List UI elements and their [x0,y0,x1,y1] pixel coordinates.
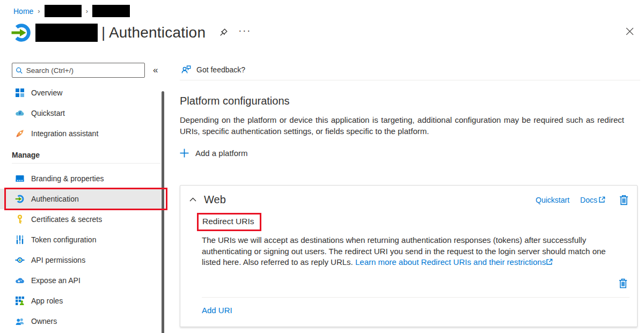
add-platform-label: Add a platform [195,149,248,158]
authentication-icon [15,194,25,204]
plus-icon [180,149,189,158]
breadcrumb: Home › › [13,5,130,17]
external-link-icon [598,196,605,203]
page-title: | Authentication [101,24,206,41]
sidebar-item-authentication[interactable]: Authentication [0,189,161,209]
sidebar-item-branding-properties[interactable]: Branding & properties [0,168,161,189]
chevron-right-icon: › [86,7,88,15]
sliders-icon [15,235,25,245]
sidebar-item-app-roles[interactable]: App roles [0,291,161,311]
close-button[interactable] [625,27,634,38]
sidebar: « Overview Quickstart Integration assist… [0,59,170,333]
got-feedback-label: Got feedback? [196,65,245,74]
add-platform-button[interactable]: Add a platform [180,149,248,158]
platform-configurations-description: Depending on the platform or device this… [180,114,624,137]
collapse-sidebar-button[interactable]: « [153,65,158,76]
sidebar-scrollbar[interactable] [162,91,164,333]
owners-icon [15,316,25,326]
api-permissions-icon [15,255,25,265]
rocket-icon [15,129,25,138]
cloud-api-icon [15,276,25,285]
redacted-app-name [35,24,98,42]
sidebar-item-owners[interactable]: Owners [0,311,161,331]
sidebar-nav: Overview Quickstart Integration assistan… [0,83,161,331]
chevron-right-icon: › [38,7,40,15]
app-roles-icon [15,296,25,306]
sidebar-item-label: Quickstart [31,109,65,117]
chevron-up-icon [189,197,196,202]
key-icon [15,214,25,224]
sidebar-item-label: Branding & properties [31,174,104,183]
sidebar-item-api-permissions[interactable]: API permissions [0,250,161,270]
sidebar-item-label: Owners [31,317,57,325]
sidebar-item-label: Certificates & secrets [31,215,102,224]
app-registration-icon [11,22,32,43]
quickstart-link[interactable]: Quickstart [536,196,569,204]
pin-icon [217,27,229,39]
sidebar-item-label: Expose an API [31,276,80,285]
sidebar-item-quickstart[interactable]: Quickstart [0,103,161,123]
sidebar-item-label: App roles [31,297,63,305]
page-header: | Authentication ··· [11,22,251,43]
sidebar-item-certificates-secrets[interactable]: Certificates & secrets [0,209,161,230]
more-options-button[interactable]: ··· [238,28,251,38]
trash-icon [618,194,630,206]
search-icon [16,66,23,75]
overview-icon [15,88,25,98]
sidebar-item-overview[interactable]: Overview [0,83,161,103]
quickstart-icon [15,108,25,118]
browser-window-icon [15,174,25,183]
divider [202,297,630,298]
redirect-uris-description: The URIs we will accept as destinations … [202,235,626,268]
redirect-uris-heading: Redirect URIs [197,213,261,231]
breadcrumb-home-link[interactable]: Home [13,7,33,16]
redacted-breadcrumb-1 [45,5,82,17]
command-bar: Got feedback? [180,59,640,80]
redirect-uri-row [180,268,637,298]
sidebar-item-token-configuration[interactable]: Token configuration [0,230,161,250]
web-platform-card: Web Quickstart Docs [180,185,638,327]
sidebar-item-integration-assistant[interactable]: Integration assistant [0,123,161,144]
add-uri-link[interactable]: Add URI [202,306,232,315]
feedback-icon [181,64,192,75]
collapse-card-button[interactable] [189,197,196,202]
search-box [12,63,145,78]
trash-icon [618,278,628,289]
sidebar-item-expose-an-api[interactable]: Expose an API [0,270,161,291]
docs-link[interactable]: Docs [580,196,605,204]
got-feedback-button[interactable]: Got feedback? [180,62,248,77]
external-link-icon [546,258,553,265]
card-title-web: Web [204,194,226,206]
sidebar-item-label: API permissions [31,256,85,264]
learn-more-link[interactable]: Learn more about Redirect URIs and their… [355,257,546,267]
delete-uri-button[interactable] [618,278,628,289]
redacted-breadcrumb-2 [92,5,130,17]
sidebar-item-label: Integration assistant [31,129,98,138]
search-input[interactable] [26,66,141,75]
sidebar-item-label: Authentication [31,195,79,203]
sidebar-section-manage: Manage [0,147,161,163]
delete-platform-button[interactable] [618,194,630,206]
main-content: Got feedback? Platform configurations De… [180,59,640,333]
docs-link-label: Docs [580,196,597,204]
sidebar-item-label: Token configuration [31,235,96,244]
platform-configurations-title: Platform configurations [180,95,640,107]
sidebar-item-label: Overview [31,88,62,97]
pin-button[interactable] [217,27,229,39]
close-icon [625,27,634,36]
